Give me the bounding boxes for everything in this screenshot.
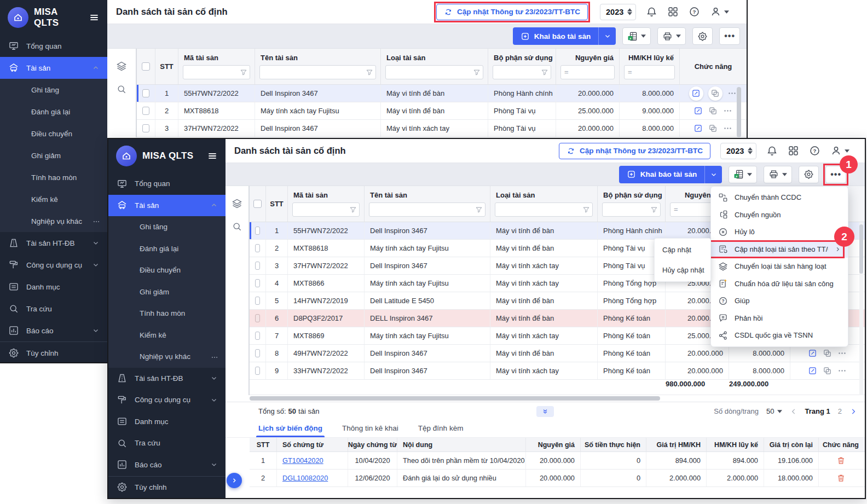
hamburger-icon[interactable]: [207, 150, 218, 161]
collapse-panel-button[interactable]: [536, 406, 554, 417]
history-row[interactable]: 2 DGL10082020 12/06/2020 Đánh giá lại do…: [250, 470, 865, 487]
layers-icon[interactable]: [232, 198, 242, 209]
copy-icon[interactable]: [708, 124, 718, 134]
row-more-icon[interactable]: [723, 124, 733, 134]
document-link[interactable]: DGL10082020: [282, 474, 328, 482]
table-row[interactable]: 9 33H7WN72/2022 Dell Inspiron 3467 Máy v…: [250, 362, 865, 380]
print-button[interactable]: [764, 166, 792, 183]
year-spinner[interactable]: [748, 147, 753, 154]
sidebar-item-tra-cuu[interactable]: Tra cứu: [108, 432, 226, 454]
page-2[interactable]: 2: [838, 407, 842, 415]
filter-dept[interactable]: [602, 202, 661, 217]
sidebar-item-kiem-ke[interactable]: Kiểm kê: [0, 188, 107, 210]
row-checkbox[interactable]: [255, 297, 260, 305]
user-menu[interactable]: [830, 145, 849, 157]
delete-icon[interactable]: [836, 456, 846, 465]
search-icon[interactable]: [116, 84, 127, 95]
sidebar-item-nghiep-vu-khac[interactable]: Nghiệp vụ khác: [0, 210, 107, 232]
sidebar-item-ghi-giam[interactable]: Ghi giảm: [0, 144, 107, 166]
sidebar-item-danh-muc[interactable]: Danh mục: [0, 276, 107, 298]
sidebar-item-nghiep-vu-khac[interactable]: Nghiệp vụ khác: [108, 346, 226, 368]
row-checkbox[interactable]: [255, 332, 260, 340]
row-checkbox[interactable]: [255, 279, 260, 287]
table-row[interactable]: 3 37H7WN72/2022 Dell Inspiron 3467 Máy v…: [137, 120, 747, 137]
filter-code[interactable]: [292, 202, 360, 217]
sidebar-item-assets[interactable]: Tài sản: [108, 195, 226, 217]
filter-code[interactable]: [183, 65, 250, 79]
hamburger-icon[interactable]: [89, 12, 100, 23]
sidebar-item-tuy-chinh[interactable]: Tùy chỉnh: [0, 342, 107, 364]
delete-icon[interactable]: [836, 473, 846, 483]
filter-name[interactable]: [369, 202, 485, 217]
filter-name[interactable]: [259, 65, 376, 79]
select-all-checkbox[interactable]: [250, 186, 266, 222]
sidebar-item-ccdc[interactable]: Công cụ dụng cụ: [0, 254, 107, 276]
tab-declaration-info[interactable]: Thông tin kê khai: [342, 424, 398, 437]
next-page-icon[interactable]: [849, 408, 857, 415]
tab-history[interactable]: Lịch sử biến động: [258, 424, 322, 437]
vertical-scrollbar[interactable]: [859, 224, 863, 274]
row-checkbox[interactable]: [255, 262, 260, 270]
menu-item-bulk-change-type[interactable]: Chuyển loại tài sản hàng loạt: [711, 258, 848, 275]
copy-icon[interactable]: [823, 366, 833, 376]
sidebar-item-danh-gia-lai[interactable]: Đánh giá lại: [108, 238, 226, 260]
menu-item-convert-ccdc[interactable]: Chuyển thành CCDC: [711, 189, 848, 206]
grid-settings-button[interactable]: [799, 166, 819, 183]
filter-type[interactable]: [385, 65, 483, 79]
row-more-icon[interactable]: [723, 106, 733, 116]
sidebar-item-dieu-chuyen[interactable]: Điều chuyển: [0, 123, 107, 144]
print-button[interactable]: [657, 27, 686, 45]
row-more-icon[interactable]: [727, 89, 737, 99]
table-row[interactable]: 8 49H7WN72/2022 Dell Inspiron 3467 Máy v…: [250, 345, 865, 362]
sidebar-item-overview[interactable]: Tổng quan: [108, 173, 226, 195]
year-spinner[interactable]: [627, 8, 632, 15]
year-selector[interactable]: 2023: [720, 143, 756, 159]
sidebar-item-danh-muc[interactable]: Danh mục: [108, 411, 226, 433]
edit-icon[interactable]: [808, 349, 818, 358]
more-actions-button[interactable]: •••: [719, 27, 740, 45]
table-row[interactable]: 1 55H7WN72/2022 Dell Inspiron 3467 Máy v…: [137, 85, 747, 102]
edit-icon[interactable]: [693, 124, 703, 134]
filter-type[interactable]: [495, 202, 593, 217]
declare-dropdown-caret[interactable]: [598, 27, 616, 45]
row-checkbox[interactable]: [255, 349, 260, 357]
export-excel-button[interactable]: x: [729, 166, 757, 183]
sidebar-item-bao-cao[interactable]: Báo cáo: [0, 320, 107, 341]
row-checkbox[interactable]: [255, 314, 260, 322]
sidebar-item-ghi-tang[interactable]: Ghi tăng: [0, 79, 107, 101]
menu-item-update-asset-type[interactable]: Cập nhật loại tài sản theo TT/QĐ: [711, 241, 848, 258]
row-checkbox[interactable]: [255, 227, 260, 235]
menu-item-help[interactable]: ? Giúp: [711, 292, 848, 310]
update-circular-button[interactable]: Cập nhật Thông tư 23/2023/TT-BTC: [559, 143, 710, 159]
sidebar-item-dieu-chuyen[interactable]: Điều chuyển: [108, 259, 226, 281]
grid-settings-button[interactable]: [692, 27, 713, 45]
sidebar-item-ghi-tang[interactable]: Ghi tăng: [108, 216, 226, 238]
row-checkbox[interactable]: [255, 367, 260, 375]
sidebar-item-tuy-chinh[interactable]: Tùy chỉnh: [108, 477, 226, 499]
sidebar-item-bao-cao[interactable]: Báo cáo: [108, 454, 226, 476]
help-icon[interactable]: ?: [809, 145, 820, 157]
row-more-icon[interactable]: [837, 366, 847, 376]
search-icon[interactable]: [232, 221, 242, 232]
menu-item-national-db[interactable]: CSDL quốc gia về TSNN: [711, 327, 848, 344]
tab-attachments[interactable]: Tệp đính kèm: [418, 424, 464, 437]
filter-dept[interactable]: [493, 65, 551, 79]
sidebar-item-ghi-giam[interactable]: Ghi giảm: [108, 281, 226, 303]
copy-icon[interactable]: [708, 106, 718, 116]
submenu-item-cancel-update[interactable]: Hủy cập nhật: [655, 260, 710, 280]
export-excel-button[interactable]: x: [622, 27, 651, 45]
sidebar-item-htdb[interactable]: Tài sản HT-ĐB: [108, 368, 226, 390]
notification-bell-icon[interactable]: [646, 6, 657, 18]
expand-rail-button[interactable]: [227, 473, 242, 488]
vertical-scrollbar[interactable]: [737, 87, 741, 137]
sidebar-item-assets[interactable]: Tài sản: [0, 57, 107, 79]
row-checkbox[interactable]: [142, 124, 149, 132]
prev-page-icon[interactable]: [790, 408, 797, 415]
sidebar-item-tinh-hao-mon[interactable]: Tính hao mòn: [108, 303, 226, 325]
user-menu[interactable]: [710, 6, 729, 18]
sidebar-item-kiem-ke[interactable]: Kiểm kê: [108, 325, 226, 346]
horizontal-scrollbar[interactable]: [250, 396, 660, 401]
history-row[interactable]: 1 GT10042020 10/04/2020 Theo dõi trên ph…: [250, 452, 865, 470]
sidebar-item-ccdc[interactable]: Công cụ dụng cụ: [108, 389, 226, 411]
menu-item-cancel-batch[interactable]: Hủy lô: [711, 223, 848, 241]
